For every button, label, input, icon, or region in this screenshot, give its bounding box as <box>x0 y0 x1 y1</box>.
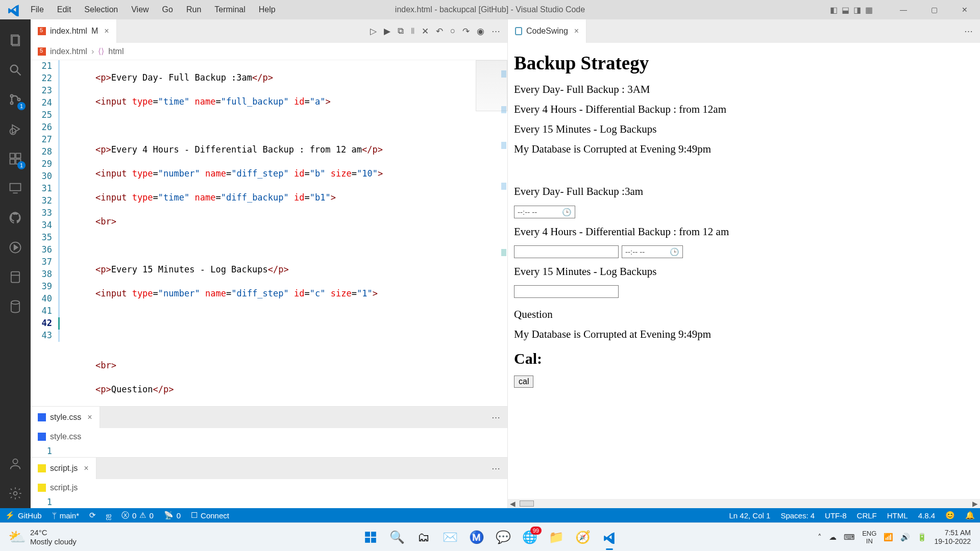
menu-help[interactable]: Help <box>256 4 279 15</box>
menu-run[interactable]: Run <box>183 4 204 15</box>
record-icon[interactable]: ◉ <box>477 26 484 37</box>
status-sync[interactable]: ⟳ <box>84 511 101 520</box>
time-input[interactable]: --:-- -- 🕒 <box>514 206 575 218</box>
settings-gear-icon[interactable] <box>0 479 31 508</box>
status-encoding[interactable]: UTF-8 <box>820 511 852 520</box>
code-lines[interactable]: <p>Every Day- Full Backup :3am</p> <inpu… <box>65 60 507 406</box>
columns-icon[interactable]: ⫴ <box>411 26 414 36</box>
back-icon[interactable]: ↶ <box>436 26 443 37</box>
tab-close-icon[interactable]: × <box>87 413 92 422</box>
horizontal-scrollbar[interactable]: ◂ ▸ <box>508 499 980 508</box>
taskbar-explorer-icon[interactable]: 📁 <box>548 529 565 546</box>
start-button[interactable] <box>362 529 379 546</box>
circle-icon[interactable]: ○ <box>450 26 455 36</box>
tools-icon[interactable]: ✕ <box>422 26 429 37</box>
github-icon[interactable] <box>0 203 31 233</box>
menu-file[interactable]: File <box>28 4 47 15</box>
more-icon[interactable]: ⋯ <box>964 26 973 37</box>
taskbar-mail-icon[interactable]: ✉️ <box>442 529 459 546</box>
tray-onedrive-icon[interactable]: ☁ <box>829 533 837 542</box>
status-bell-icon[interactable]: 🔔 <box>960 511 980 520</box>
time-input[interactable]: --:-- -- 🕒 <box>622 245 683 258</box>
taskbar-whatsapp-icon[interactable]: 💬 <box>495 529 512 546</box>
status-language[interactable]: HTML <box>882 511 913 520</box>
taskbar-vscode-icon[interactable] <box>601 529 618 546</box>
run-file-icon[interactable]: ▶ <box>384 26 390 37</box>
tray-chevron-icon[interactable]: ˄ <box>818 533 822 542</box>
number-input[interactable] <box>514 245 619 258</box>
tab-style-css[interactable]: style.css × <box>31 407 100 428</box>
menu-view[interactable]: View <box>128 4 152 15</box>
status-connect[interactable]: ☐ Connect <box>186 511 234 520</box>
status-problems[interactable]: ⓧ0 ⚠0 <box>116 511 159 520</box>
status-spaces[interactable]: Spaces: 4 <box>775 511 820 520</box>
tray-clock[interactable]: 7:51 AM 19-10-2022 <box>934 529 971 546</box>
status-ports[interactable]: 📡0 <box>159 511 186 520</box>
layout-sidebar-right-icon[interactable]: ◨ <box>853 5 861 15</box>
status-live-share[interactable]: ஐ <box>101 511 116 520</box>
layout-grid-icon[interactable]: ▦ <box>865 5 873 15</box>
maximize-button[interactable]: ▢ <box>919 0 949 19</box>
scroll-overview[interactable] <box>500 60 507 406</box>
database-icon[interactable] <box>0 292 31 321</box>
status-cursor[interactable]: Ln 42, Col 1 <box>724 511 776 520</box>
tab-script-js[interactable]: script.js × <box>31 458 96 479</box>
tray-language[interactable]: ENG IN <box>862 530 876 545</box>
tray-wifi-icon[interactable]: 📶 <box>884 533 893 542</box>
breadcrumb-file: index.html <box>50 47 87 56</box>
number-input[interactable] <box>514 285 619 298</box>
taskbar-gmail-icon[interactable]: Ⓜ️ <box>468 529 485 546</box>
menu-go[interactable]: Go <box>159 4 176 15</box>
taskbar-edge-icon[interactable]: 🧭 <box>574 529 592 546</box>
menu-terminal[interactable]: Terminal <box>211 4 248 15</box>
tray-battery-icon[interactable]: 🔋 <box>917 533 927 542</box>
scroll-right-icon[interactable]: ▸ <box>970 497 980 509</box>
status-version[interactable]: 4.8.4 <box>913 511 940 520</box>
more-icon[interactable]: ⋯ <box>492 463 500 474</box>
layout-panel-icon[interactable]: ⬓ <box>842 5 849 15</box>
taskbar-search-icon[interactable]: 🔍 <box>388 529 406 546</box>
tab-close-icon[interactable]: × <box>84 464 88 473</box>
breadcrumb[interactable]: index.html › ⟨⟩ html <box>31 43 507 60</box>
sql-icon[interactable] <box>0 262 31 292</box>
explorer-icon[interactable] <box>0 26 31 55</box>
tab-codeswing[interactable]: CodeSwing × <box>508 19 586 43</box>
layout-sidebar-left-icon[interactable]: ◧ <box>830 5 838 15</box>
forward-icon[interactable]: ↷ <box>462 26 470 37</box>
tab-close-icon[interactable]: × <box>104 27 109 36</box>
close-button[interactable]: ✕ <box>949 0 980 19</box>
live-share-icon[interactable] <box>0 233 31 262</box>
source-control-icon[interactable]: 1 <box>0 85 31 114</box>
split-editor-icon[interactable]: ⧉ <box>398 26 404 36</box>
remote-explorer-icon[interactable] <box>0 173 31 203</box>
code-editor[interactable]: 21 22 23 24 25 26 27 28 29 30 31 32 33 3… <box>31 60 507 406</box>
menu-edit[interactable]: Edit <box>54 4 75 15</box>
status-github[interactable]: ⚡ GitHub <box>0 511 47 520</box>
status-eol[interactable]: CRLF <box>852 511 882 520</box>
tab-index-html[interactable]: index.html M × <box>31 19 117 43</box>
taskbar-taskview-icon[interactable]: 🗂 <box>415 529 432 546</box>
scroll-left-icon[interactable]: ◂ <box>508 497 518 509</box>
search-icon[interactable] <box>0 55 31 85</box>
window-title: index.html - backupcal [GitHub] - Visual… <box>395 5 585 14</box>
run-icon[interactable]: ▷ <box>370 26 377 37</box>
svg-point-17 <box>11 300 19 304</box>
more-icon[interactable]: ⋯ <box>492 26 500 37</box>
extensions-icon[interactable]: 1 <box>0 144 31 173</box>
status-branch[interactable]: ᛘ main* <box>47 511 84 520</box>
script-breadcrumb[interactable]: script.js <box>31 479 507 496</box>
tray-volume-icon[interactable]: 🔊 <box>900 533 910 542</box>
status-feedback-icon[interactable]: 😊 <box>940 511 960 520</box>
more-icon[interactable]: ⋯ <box>492 412 500 423</box>
run-debug-icon[interactable] <box>0 114 31 144</box>
tab-close-icon[interactable]: × <box>574 27 579 36</box>
taskbar-weather[interactable]: ⛅ 24°C Mostly cloudy <box>0 528 77 546</box>
cal-button[interactable]: cal <box>514 375 533 388</box>
scrollbar-thumb[interactable] <box>520 500 534 507</box>
accounts-icon[interactable] <box>0 449 31 479</box>
taskbar-edge-dev-icon[interactable]: 🌐99 <box>521 529 538 546</box>
style-breadcrumb[interactable]: style.css <box>31 428 507 445</box>
minimize-button[interactable]: — <box>888 0 919 19</box>
menu-selection[interactable]: Selection <box>81 4 121 15</box>
tray-keyboard-icon[interactable]: ⌨ <box>844 533 855 542</box>
